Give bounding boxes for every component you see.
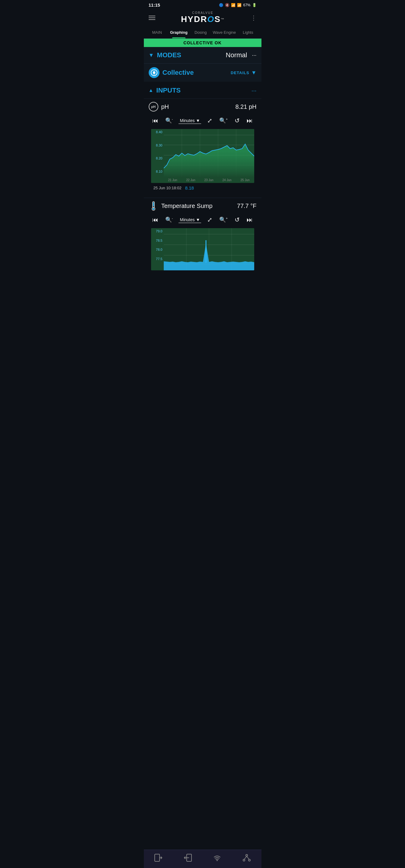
ph-chart-reading: 8.18 bbox=[185, 185, 194, 190]
tab-lights[interactable]: Lights bbox=[237, 28, 259, 38]
hamburger-menu[interactable] bbox=[149, 16, 155, 20]
ph-chart-info: 25 Jun 10:18:02 8.18 bbox=[149, 183, 257, 193]
tab-dosing[interactable]: Dosing bbox=[190, 28, 211, 38]
ph-zoom-out-button[interactable]: 🔍- bbox=[164, 116, 174, 125]
status-bar: 11:15 🔵 🔇 📶 📶 67% 🔋 bbox=[144, 0, 261, 9]
brand-tm: ™ bbox=[221, 18, 225, 21]
temp-name: Temperature Sump bbox=[161, 203, 237, 210]
signal-icon: 📶 bbox=[237, 3, 241, 7]
ph-chart-area bbox=[164, 129, 254, 177]
temp-history-button[interactable]: ↺ bbox=[233, 215, 241, 224]
tab-graphing[interactable]: Graphing bbox=[168, 28, 190, 38]
ph-chart-date: 25 Jun 10:18:02 bbox=[153, 186, 181, 190]
ph-time-label: Minutes bbox=[180, 118, 195, 123]
temp-y-label-3: 78.5 bbox=[151, 239, 163, 242]
inputs-header: ▲ INPUTS ··· bbox=[144, 82, 261, 98]
battery-icon: 🔋 bbox=[252, 3, 257, 7]
modes-value: Normal bbox=[226, 51, 247, 59]
ph-y-label-2: 8.20 bbox=[151, 156, 163, 160]
temp-chart-svg bbox=[164, 228, 254, 270]
collective-section: Collective DETAILS ▼ bbox=[144, 63, 261, 82]
temp-skip-forward-button[interactable]: ⏭ bbox=[245, 215, 254, 224]
collective-label: Collective bbox=[163, 69, 231, 76]
ph-y-label-3: 8.30 bbox=[151, 144, 163, 147]
ph-y-labels: 8.40 8.30 8.20 8.10 bbox=[151, 129, 164, 175]
status-time: 11:15 bbox=[149, 2, 160, 7]
temp-icon bbox=[149, 201, 158, 211]
temp-skip-back-button[interactable]: ⏮ bbox=[151, 215, 160, 224]
brand-text-hydr: HYDR bbox=[181, 14, 207, 24]
ph-icon: pH bbox=[149, 102, 158, 112]
tab-wave-engine[interactable]: Wave Engine bbox=[211, 28, 237, 38]
temp-time-chevron-icon: ▼ bbox=[196, 217, 200, 222]
details-link[interactable]: DETAILS bbox=[231, 70, 250, 75]
temp-chart: 79.0 78.5 78.0 77.5 bbox=[151, 228, 254, 270]
temp-graph-controls: ⏮ 🔍- Minutes ▼ ⤢ 🔍+ ↺ ⏭ bbox=[149, 214, 257, 226]
app-header: CORALVUE HYDROS™ ⋮ bbox=[144, 9, 261, 28]
temp-value: 77.7 °F bbox=[237, 203, 257, 210]
temp-y-label-4: 79.0 bbox=[151, 229, 163, 233]
status-icons: 🔵 🔇 📶 📶 67% 🔋 bbox=[219, 3, 256, 7]
nav-tabs: MAIN Graphing Dosing Wave Engine Lights bbox=[144, 28, 261, 38]
ph-x-labels: 21 Jun 22 Jun 23 Jun 24 Jun 25 Jun bbox=[151, 177, 254, 183]
ph-value: 8.21 pH bbox=[235, 103, 256, 110]
modes-options-button[interactable]: ··· bbox=[252, 52, 256, 59]
temp-chart-area bbox=[164, 228, 254, 270]
ph-graph-controls: ⏮ 🔍- Minutes ▼ ⤢ 🔍+ ↺ ⏭ bbox=[149, 115, 257, 127]
ph-chart: 8.40 8.30 8.20 8.10 bbox=[151, 129, 254, 183]
inputs-section: ▲ INPUTS ··· pH pH 8.21 pH ⏮ 🔍- Minutes … bbox=[144, 82, 261, 275]
ph-skip-back-button[interactable]: ⏮ bbox=[151, 116, 160, 125]
ph-y-label-1: 8.10 bbox=[151, 170, 163, 173]
inputs-label: INPUTS bbox=[156, 87, 248, 94]
temp-zoom-in-button[interactable]: 🔍+ bbox=[218, 215, 229, 224]
battery-text: 67% bbox=[243, 3, 250, 7]
ph-skip-forward-button[interactable]: ⏭ bbox=[245, 116, 254, 125]
ph-history-button[interactable]: ↺ bbox=[233, 116, 241, 125]
temp-y-labels: 79.0 78.5 78.0 77.5 bbox=[151, 228, 164, 262]
temp-y-label-2: 78.0 bbox=[151, 248, 163, 251]
ph-time-select[interactable]: Minutes ▼ bbox=[178, 118, 201, 124]
temp-time-label: Minutes bbox=[180, 217, 195, 222]
temp-y-label-1: 77.5 bbox=[151, 257, 163, 261]
temp-zoom-out-button[interactable]: 🔍- bbox=[164, 215, 174, 224]
temp-sensor-header: Temperature Sump 77.7 °F bbox=[149, 201, 257, 211]
ph-x-label-5: 25 Jun bbox=[240, 179, 250, 182]
ph-chart-svg bbox=[164, 129, 254, 177]
thermometer-icon bbox=[150, 201, 157, 211]
modes-label: MODES bbox=[157, 51, 223, 59]
scroll-content: ▼ MODES Normal ··· Collective DETAILS ▼ … bbox=[144, 47, 261, 299]
tab-main[interactable]: MAIN bbox=[146, 28, 168, 38]
brand-o: O bbox=[207, 14, 214, 24]
ph-name: pH bbox=[161, 103, 235, 110]
header-menu-button[interactable]: ⋮ bbox=[251, 14, 257, 22]
ph-x-label-3: 23 Jun bbox=[204, 179, 213, 182]
ph-y-label-4: 8.40 bbox=[151, 130, 163, 134]
temp-sensor-card: Temperature Sump 77.7 °F ⏮ 🔍- Minutes ▼ … bbox=[144, 198, 261, 275]
collective-chevron-icon[interactable]: ▼ bbox=[251, 70, 257, 76]
ph-x-label-1: 21 Jun bbox=[168, 179, 177, 182]
ph-sensor-card: pH pH 8.21 pH ⏮ 🔍- Minutes ▼ ⤢ 🔍+ ↺ ⏭ bbox=[144, 98, 261, 198]
brand-top: CORALVUE bbox=[192, 11, 213, 14]
mute-icon: 🔇 bbox=[225, 3, 230, 7]
ph-time-chevron-icon: ▼ bbox=[196, 118, 200, 123]
temp-expand-button[interactable]: ⤢ bbox=[206, 215, 213, 224]
wifi-status-icon: 📶 bbox=[231, 3, 235, 7]
bluetooth-icon: 🔵 bbox=[219, 3, 224, 7]
ph-zoom-in-button[interactable]: 🔍+ bbox=[218, 116, 229, 125]
inputs-options-button[interactable]: ··· bbox=[252, 87, 257, 94]
collective-icon bbox=[149, 67, 160, 78]
modes-chevron-icon[interactable]: ▼ bbox=[149, 52, 154, 59]
app-logo: CORALVUE HYDROS™ bbox=[181, 11, 225, 24]
modes-section: ▼ MODES Normal ··· bbox=[144, 47, 261, 63]
svg-point-13 bbox=[152, 208, 154, 210]
ph-x-label-2: 22 Jun bbox=[186, 179, 195, 182]
temp-time-select[interactable]: Minutes ▼ bbox=[178, 217, 201, 223]
inputs-chevron-icon[interactable]: ▲ bbox=[149, 88, 153, 93]
brand-main: HYDROS™ bbox=[181, 14, 225, 24]
ph-sensor-header: pH pH 8.21 pH bbox=[149, 102, 257, 112]
collective-status-banner: COLLECTIVE OK bbox=[144, 38, 261, 47]
ph-x-label-4: 24 Jun bbox=[222, 179, 231, 182]
ph-expand-button[interactable]: ⤢ bbox=[206, 116, 213, 125]
brand-s: S bbox=[214, 14, 221, 24]
collective-logo-icon bbox=[151, 69, 157, 76]
